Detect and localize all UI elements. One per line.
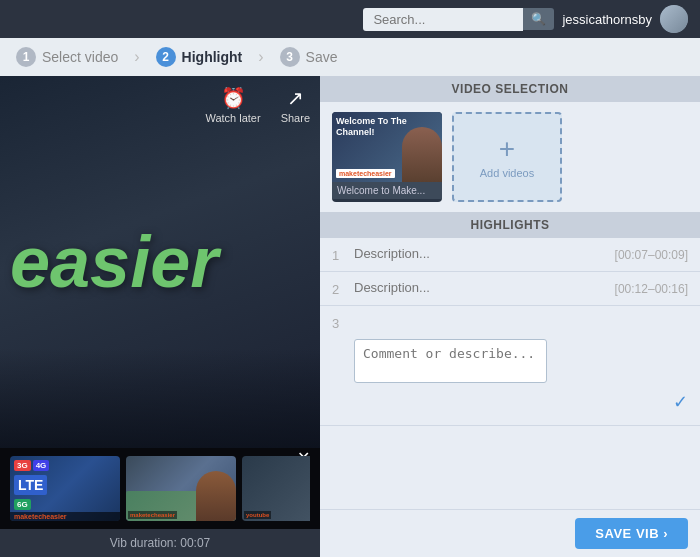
add-videos-label: Add videos (480, 167, 534, 179)
search-input[interactable] (363, 8, 523, 31)
video-thumb-card[interactable]: Welcome To The Channel! maketecheasier W… (332, 112, 442, 202)
user-info: jessicathornsby (562, 5, 688, 33)
highlight-row-1: 1 [00:07–00:09] (320, 238, 700, 272)
step-2-label: Highlight (182, 49, 243, 65)
watch-later-icon: ⏰ (221, 86, 246, 110)
step-3-num: 3 (280, 47, 300, 67)
avatar (660, 5, 688, 33)
highlight-row-2: 2 [00:12–00:16] (320, 272, 700, 306)
highlight-input-1[interactable] (354, 246, 607, 261)
step-1-num: 1 (16, 47, 36, 67)
highlight-row-3: 3 ✓ (320, 306, 700, 426)
watch-later-label: Watch later (205, 112, 260, 124)
highlight-textarea-3[interactable] (354, 339, 547, 383)
step-2[interactable]: 2 Highlight (156, 47, 259, 67)
thumb-2-logo: maketecheasier (128, 511, 177, 519)
save-vib-button[interactable]: SAVE VIB › (575, 518, 688, 549)
thumb-1-logo: maketecheasier (10, 512, 120, 521)
video-thumb-logo: maketecheasier (336, 169, 395, 178)
thumbnails-row: 3G 4G LTE 6G maketecheasier (10, 456, 310, 521)
highlight-time-1: [00:07–00:09] (615, 246, 688, 262)
video-thumb-inner: Welcome To The Channel! maketecheasier (332, 112, 442, 182)
vib-duration-value: 00:07 (180, 536, 210, 550)
highlight-time-2: [00:12–00:16] (615, 280, 688, 296)
badge-4g: 4G (33, 460, 50, 471)
thumb-2-person (196, 471, 236, 521)
step-divider-2: › (258, 48, 263, 66)
thumb-1-badges: 3G 4G (10, 458, 120, 473)
thumb-1-content: 3G 4G LTE 6G maketecheasier (10, 456, 120, 521)
video-panel: ⏰ Watch later ↗ Share easier ✕ (0, 76, 320, 557)
video-thumb-person (402, 127, 442, 182)
share-button[interactable]: ↗ Share (281, 86, 310, 124)
highlight-row-1-num: 1 (332, 246, 346, 263)
video-thumb-label: Welcome to Make... (332, 182, 442, 199)
add-videos-card[interactable]: + Add videos (452, 112, 562, 202)
video-selection-header: VIDEO SELECTION (320, 76, 700, 102)
steps-bar: 1 Select video › 2 Highlight › 3 Save (0, 38, 700, 76)
step-1-label: Select video (42, 49, 118, 65)
thumb-1-lte-row: LTE (10, 473, 120, 497)
badge-3g: 3G (14, 460, 31, 471)
highlight-row-2-num: 2 (332, 280, 346, 297)
vib-bar: Vib duration: 00:07 (0, 529, 320, 557)
thumbnail-strip: ✕ 3G 4G LTE (0, 448, 320, 529)
share-icon: ↗ (287, 86, 304, 110)
watch-later-button[interactable]: ⏰ Watch later (205, 86, 260, 124)
video-text: easier (10, 226, 218, 298)
avatar-image (660, 5, 688, 33)
step-2-num: 2 (156, 47, 176, 67)
step-divider-1: › (134, 48, 139, 66)
highlight-confirm-button[interactable]: ✓ (673, 391, 688, 417)
main-layout: ⏰ Watch later ↗ Share easier ✕ (0, 76, 700, 557)
video-main-area: easier (0, 76, 320, 448)
add-plus-icon: + (499, 135, 515, 163)
share-label: Share (281, 112, 310, 124)
highlights-section: HIGHLIGHTS 1 [00:07–00:09] 2 [00:12–00:1… (320, 212, 700, 509)
thumbnail-item-2[interactable]: maketecheasier (126, 456, 236, 521)
right-panel: VIDEO SELECTION Welcome To The Channel! … (320, 76, 700, 557)
video-selection-area: Welcome To The Channel! maketecheasier W… (320, 102, 700, 212)
save-vib-bar: SAVE VIB › (320, 509, 700, 557)
thumb-3-logo: youtube (244, 511, 271, 519)
video-top-actions: ⏰ Watch later ↗ Share (205, 86, 310, 124)
thumbnail-item-3[interactable]: youtube (242, 456, 310, 521)
highlights-header: HIGHLIGHTS (320, 212, 700, 238)
vib-duration-label: Vib duration: (110, 536, 177, 550)
step-3-label: Save (306, 49, 338, 65)
thumb-1-6g-row: 6G (10, 497, 120, 512)
step-1[interactable]: 1 Select video (16, 47, 134, 67)
badge-6g: 6G (14, 499, 31, 510)
search-button[interactable]: 🔍 (523, 8, 554, 30)
thumb-3-bg: youtube (242, 456, 310, 521)
search-container: 🔍 (363, 8, 554, 31)
thumb-2-bg: maketecheasier (126, 456, 236, 521)
badge-lte: LTE (14, 475, 47, 495)
highlight-row-3-num: 3 (332, 314, 346, 331)
username-label: jessicathornsby (562, 12, 652, 27)
step-3[interactable]: 3 Save (280, 47, 354, 67)
thumb-1-bg: 3G 4G LTE 6G maketecheasier (10, 456, 120, 521)
highlight-input-2[interactable] (354, 280, 607, 295)
thumbnail-item-1[interactable]: 3G 4G LTE 6G maketecheasier (10, 456, 120, 521)
video-gradient-overlay (0, 348, 320, 448)
highlight-row-3-top: 3 (332, 314, 688, 331)
top-bar: 🔍 jessicathornsby (0, 0, 700, 38)
